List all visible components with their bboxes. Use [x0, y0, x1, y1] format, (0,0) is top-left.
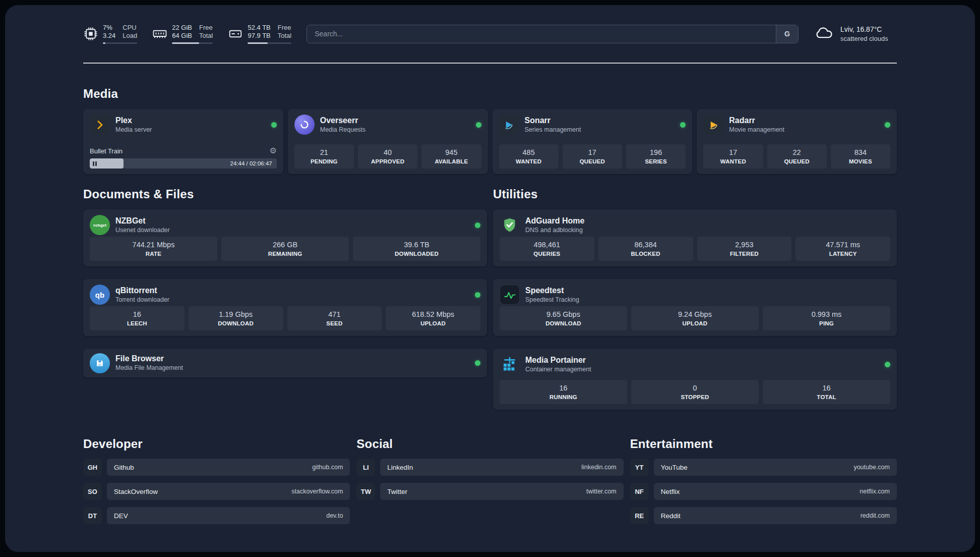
youtube-icon: YT: [630, 459, 649, 476]
link-url: linkedin.com: [581, 464, 616, 471]
link-url: github.com: [312, 464, 343, 471]
app-name: Media Portainer: [525, 355, 591, 365]
stat-filtered: 2,953 FILTERED: [697, 237, 792, 261]
settings-gear-icon[interactable]: ⚙: [269, 147, 276, 155]
playback-progress-bar: 24:44 / 02:06:47: [90, 158, 277, 169]
status-dot: [680, 122, 686, 128]
app-name: Sonarr: [525, 116, 581, 126]
section-title-developer: Developer: [83, 437, 350, 451]
status-dot: [885, 362, 890, 367]
stat-movies: 834 MOVIES: [831, 144, 890, 169]
search-engine-button[interactable]: G: [776, 25, 798, 43]
link-youtube[interactable]: YT YouTube youtube.com: [630, 459, 897, 476]
link-github[interactable]: GH Github github.com: [83, 459, 350, 476]
app-subtitle: Media File Management: [115, 364, 183, 372]
ram-total-value: 64 GiB: [172, 32, 192, 40]
link-twitter[interactable]: TW Twitter twitter.com: [356, 483, 623, 500]
stat-upload: 618.52 Mbps UPLOAD: [386, 306, 480, 330]
stat-available: 945 AVAILABLE: [421, 144, 481, 169]
overseerr-icon: [294, 115, 315, 135]
app-name: File Browser: [115, 354, 183, 364]
link-stackoverflow[interactable]: SO StackOverflow stackoverflow.com: [83, 483, 350, 500]
radarr-icon: [703, 115, 723, 135]
plex-card[interactable]: Plex Media server Bullet Train ⚙ 24:44 /…: [83, 109, 283, 174]
stat-ping: 0.993 ms PING: [763, 306, 890, 330]
app-subtitle: Torrent downloader: [115, 296, 169, 304]
link-url: youtube.com: [853, 464, 890, 471]
link-name: Reddit: [661, 512, 681, 520]
app-subtitle: Speedtest Tracking: [525, 296, 579, 304]
link-name: Netflix: [661, 488, 680, 495]
adguard-card[interactable]: AdGuard Home DNS and adblocking 498,461 …: [493, 209, 897, 266]
github-icon: GH: [83, 459, 102, 476]
stat-pending: 21 PENDING: [294, 144, 354, 169]
portainer-card[interactable]: Media Portainer Container management 16 …: [493, 349, 897, 410]
stat-wanted: 17 WANTED: [703, 144, 763, 169]
link-netflix[interactable]: NF Netflix netflix.com: [630, 483, 897, 500]
speedtest-card[interactable]: Speedtest Speedtest Tracking 9.65 Gbps D…: [493, 279, 897, 336]
adguard-icon: [500, 215, 520, 235]
linkedin-icon: LI: [356, 459, 375, 476]
stat-remaining: 266 GB REMAINING: [221, 237, 349, 261]
cpu-load-label: Load: [122, 32, 137, 40]
link-url: twitter.com: [586, 488, 617, 495]
status-dot: [476, 122, 481, 128]
stat-series: 196 SERIES: [626, 144, 686, 169]
stat-leech: 16 LEECH: [90, 306, 185, 330]
filebrowser-card[interactable]: File Browser Media File Management: [83, 349, 487, 377]
link-name: StackOverflow: [114, 488, 158, 495]
stat-latency: 47.571 ms LATENCY: [795, 237, 890, 261]
stat-wanted: 485 WANTED: [499, 144, 559, 169]
app-name: AdGuard Home: [525, 216, 584, 226]
top-bar: 7% 3.24 CPU Load: [83, 20, 897, 47]
qbittorrent-card[interactable]: qb qBittorrent Torrent downloader 16 LEE…: [83, 279, 487, 336]
section-title-utilities: Utilities: [493, 187, 897, 201]
cpu-usage-bar: [103, 42, 137, 44]
sonarr-card[interactable]: Sonarr Series management 485 WANTED 17 Q…: [493, 109, 693, 174]
app-subtitle: DNS and adblocking: [525, 226, 584, 235]
link-name: YouTube: [661, 464, 688, 471]
radarr-card[interactable]: Radarr Movie management 17 WANTED 22 QUE…: [697, 109, 897, 174]
section-title-social: Social: [356, 437, 623, 451]
section-title-media: Media: [83, 87, 897, 101]
link-name: Github: [114, 464, 134, 471]
status-dot: [885, 122, 890, 128]
stat-queries: 498,461 QUERIES: [500, 237, 594, 261]
link-url: reddit.com: [861, 512, 890, 519]
link-reddit[interactable]: RE Reddit reddit.com: [630, 507, 897, 524]
status-dot: [475, 292, 480, 298]
filebrowser-icon: [90, 353, 110, 373]
app-name: Speedtest: [525, 286, 579, 296]
media-grid: Plex Media server Bullet Train ⚙ 24:44 /…: [83, 109, 897, 174]
ram-monitor: 22 GiB 64 GiB Free Total: [152, 24, 213, 44]
nzbget-card[interactable]: nzbget NZBGet Usenet downloader 744.21 M…: [83, 209, 487, 266]
link-url: stackoverflow.com: [291, 488, 343, 495]
weather-condition: scattered clouds: [840, 34, 888, 43]
stat-upload: 9.24 Gbps UPLOAD: [631, 306, 759, 330]
stat-approved: 40 APPROVED: [358, 144, 417, 169]
app-subtitle: Series management: [525, 126, 581, 134]
app-subtitle: Movie management: [729, 126, 784, 134]
app-name: qBittorrent: [115, 286, 169, 296]
search-input[interactable]: [307, 25, 776, 43]
disk-icon: [228, 26, 243, 41]
weather-widget: Lviv, 16.87°C scattered clouds: [814, 25, 897, 43]
disk-monitor: 52.4 TB 97.9 TB Free Total: [228, 24, 291, 44]
section-title-documents: Documents & Files: [83, 187, 487, 201]
nzbget-icon: nzbget: [90, 215, 110, 235]
app-subtitle: Usenet downloader: [115, 226, 170, 235]
plex-icon: [90, 115, 110, 135]
status-dot: [475, 222, 480, 228]
search-bar: G: [307, 25, 799, 43]
section-title-entertainment: Entertainment: [630, 437, 897, 451]
link-name: DEV: [114, 512, 128, 520]
app-subtitle: Media server: [115, 126, 152, 134]
app-name: Radarr: [729, 116, 784, 126]
now-playing-title: Bullet Train: [90, 147, 122, 155]
link-dev[interactable]: DT DEV dev.to: [83, 507, 350, 524]
disk-usage-bar: [248, 42, 291, 44]
link-url: netflix.com: [860, 488, 890, 495]
overseerr-card[interactable]: Overseerr Media Requests 21 PENDING 40 A…: [288, 109, 488, 174]
stat-seed: 471 SEED: [287, 306, 382, 330]
link-linkedin[interactable]: LI LinkedIn linkedin.com: [356, 459, 623, 476]
